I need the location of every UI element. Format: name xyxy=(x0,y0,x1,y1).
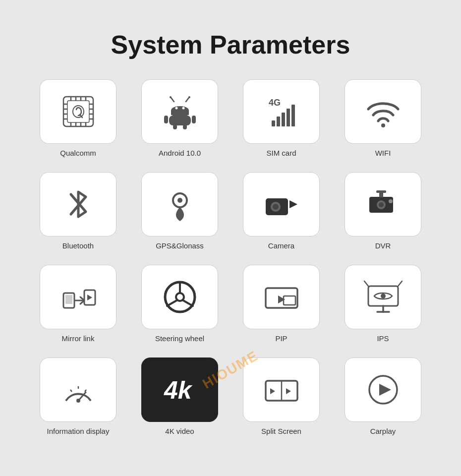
svg-point-36 xyxy=(381,123,385,127)
feature-ips: IPS xyxy=(342,265,424,343)
feature-android: Android 10.0 xyxy=(139,79,221,157)
svg-line-57 xyxy=(167,300,177,306)
feature-dvr: DVR xyxy=(342,172,424,250)
carplay-label: Carplay xyxy=(370,427,396,435)
gps-icon xyxy=(160,184,200,224)
svg-rect-31 xyxy=(272,120,275,126)
svg-point-45 xyxy=(379,202,384,207)
svg-point-23 xyxy=(175,107,177,110)
svg-rect-1 xyxy=(67,101,89,122)
android-icon-box xyxy=(141,79,218,144)
svg-point-41 xyxy=(273,204,279,210)
android-icon xyxy=(160,92,200,131)
svg-rect-60 xyxy=(284,296,295,305)
feature-4k: 4k 4K video xyxy=(139,357,221,435)
split-icon-box xyxy=(243,357,320,422)
feature-qualcomm: Qualcomm xyxy=(37,79,119,157)
carplay-icon xyxy=(363,370,403,410)
android-label: Android 10.0 xyxy=(159,149,201,157)
svg-rect-28 xyxy=(173,124,177,129)
svg-marker-81 xyxy=(379,384,391,396)
split-icon xyxy=(262,370,301,410)
svg-point-20 xyxy=(170,96,172,98)
svg-rect-33 xyxy=(282,113,285,126)
qualcomm-icon xyxy=(58,92,98,131)
svg-point-67 xyxy=(381,294,386,298)
svg-rect-50 xyxy=(65,295,72,304)
svg-text:4k: 4k xyxy=(164,376,193,404)
ips-icon xyxy=(363,277,403,317)
dvr-icon xyxy=(363,184,403,224)
wifi-label: WIFI xyxy=(375,149,391,157)
svg-point-24 xyxy=(182,107,184,110)
dvr-label: DVR xyxy=(375,241,391,250)
sim-icon-box: 4G xyxy=(243,79,320,144)
feature-steering: Steering wheel xyxy=(139,265,221,343)
svg-marker-53 xyxy=(87,295,92,300)
svg-marker-79 xyxy=(286,388,291,394)
ips-label: IPS xyxy=(377,334,389,343)
4k-label: 4K video xyxy=(165,427,194,435)
info-icon xyxy=(58,370,98,410)
wifi-icon xyxy=(363,92,403,131)
carplay-icon-box xyxy=(345,357,421,422)
sim-icon: 4G xyxy=(262,92,301,131)
steering-label: Steering wheel xyxy=(155,334,204,343)
split-label: Split Screen xyxy=(261,427,301,435)
gps-icon-box xyxy=(141,172,218,237)
gps-label: GPS&Glonass xyxy=(156,241,204,250)
steering-icon-box xyxy=(141,265,218,329)
bluetooth-icon xyxy=(58,184,98,224)
steering-icon xyxy=(160,277,200,317)
qualcomm-icon-box xyxy=(40,79,116,144)
bluetooth-label: Bluetooth xyxy=(62,241,94,250)
svg-text:4G: 4G xyxy=(269,98,281,108)
svg-rect-48 xyxy=(376,190,386,193)
svg-point-46 xyxy=(389,199,393,203)
svg-rect-26 xyxy=(164,116,168,123)
pip-icon xyxy=(262,277,301,317)
svg-point-38 xyxy=(177,198,182,203)
4k-icon-box: 4k xyxy=(141,357,218,422)
feature-mirror: Mirror link xyxy=(37,265,119,343)
svg-point-74 xyxy=(76,399,80,403)
feature-carplay: Carplay xyxy=(342,357,424,435)
feature-split: Split Screen xyxy=(240,357,322,435)
feature-info: Information display xyxy=(37,357,119,435)
bluetooth-icon-box xyxy=(40,172,116,237)
svg-rect-29 xyxy=(183,124,187,129)
pip-label: PIP xyxy=(275,334,287,343)
info-label: Information display xyxy=(47,427,110,435)
svg-rect-25 xyxy=(169,116,191,125)
4k-icon: 4k xyxy=(160,370,200,410)
features-grid: Qualcomm xyxy=(37,79,424,435)
feature-bluetooth: Bluetooth xyxy=(37,172,119,250)
sim-label: SIM card xyxy=(266,149,296,157)
camera-icon-box xyxy=(243,172,320,237)
dvr-icon-box xyxy=(345,172,421,237)
feature-pip: PIP xyxy=(240,265,322,343)
mirror-label: Mirror link xyxy=(62,334,95,343)
svg-line-65 xyxy=(364,281,368,286)
camera-icon xyxy=(262,184,301,224)
svg-rect-35 xyxy=(291,105,295,126)
qualcomm-label: Qualcomm xyxy=(60,149,96,157)
svg-rect-34 xyxy=(287,109,290,126)
pip-icon-box xyxy=(243,265,320,329)
feature-gps: GPS&Glonass xyxy=(139,172,221,250)
svg-rect-27 xyxy=(192,116,196,123)
svg-line-66 xyxy=(398,281,402,286)
feature-sim: 4G SIM card xyxy=(240,79,322,157)
svg-line-71 xyxy=(85,390,86,392)
svg-marker-42 xyxy=(289,200,297,208)
ips-icon-box xyxy=(345,265,421,329)
camera-label: Camera xyxy=(268,241,294,250)
svg-point-22 xyxy=(188,96,190,98)
svg-rect-32 xyxy=(277,117,280,126)
svg-marker-78 xyxy=(270,388,275,394)
mirror-icon xyxy=(58,277,98,317)
svg-line-21 xyxy=(186,98,189,102)
svg-line-19 xyxy=(171,98,174,102)
wifi-icon-box xyxy=(345,79,421,144)
page-title: System Parameters xyxy=(111,30,350,60)
